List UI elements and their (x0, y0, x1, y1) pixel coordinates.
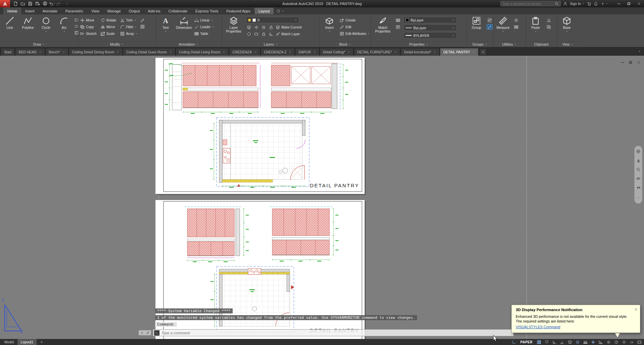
tab-collaborate[interactable]: Collaborate (165, 7, 191, 14)
ungroup-icon[interactable] (487, 17, 493, 23)
text-tool[interactable]: Text (158, 16, 173, 33)
new-layout-button[interactable] (37, 339, 47, 345)
layer-properties-tool[interactable]: Layer Properties (224, 16, 243, 33)
close-icon[interactable] (634, 307, 638, 311)
command-input[interactable] (162, 331, 512, 335)
save-icon[interactable] (27, 1, 34, 7)
grid-icon[interactable] (535, 339, 543, 345)
ortho-icon[interactable] (551, 339, 558, 345)
properties-list-icon[interactable] (395, 24, 401, 30)
command-prompt-icon[interactable] (154, 330, 159, 336)
close-icon[interactable] (348, 51, 350, 53)
tab-annotate[interactable]: Annotate (39, 7, 61, 14)
match-layer-tool[interactable]: Match Layer (276, 31, 300, 37)
tab-featured-apps[interactable]: Featured Apps (222, 7, 255, 14)
layer-lock-icon[interactable] (268, 24, 274, 30)
arc-tool[interactable]: Arc (56, 16, 72, 33)
close-icon[interactable] (223, 51, 225, 53)
dynamic-input-icon[interactable] (589, 339, 597, 345)
polyline-tool[interactable]: Polyline (20, 16, 36, 30)
rotate-tool[interactable]: Rotate (101, 17, 116, 23)
polar-tracking-icon[interactable] (558, 339, 566, 345)
line-tool[interactable]: Line (2, 16, 17, 30)
file-tab-credenza-2[interactable]: CREDENZA-2 (261, 48, 295, 56)
block-panel-label[interactable]: Block (320, 41, 371, 47)
layer-unlock-icon[interactable] (261, 31, 267, 37)
layer-unisolate-icon[interactable] (246, 31, 252, 37)
close-icon[interactable] (254, 51, 257, 53)
linetype-dropdown[interactable]: ByLayer (404, 24, 457, 31)
drawing-minimize-icon[interactable] (620, 60, 625, 66)
annotation-scale-icon[interactable] (597, 339, 604, 345)
paste-tool[interactable]: Paste (528, 16, 543, 33)
tab-manage[interactable]: Manage (103, 7, 125, 14)
tab-parametric[interactable]: Parametric (61, 7, 87, 14)
app-store-icon[interactable] (587, 2, 591, 6)
file-tab-bed-head[interactable]: BED HEAD (15, 48, 45, 56)
file-tab-bench[interactable]: Bench* (45, 48, 68, 56)
utilities-panel-label[interactable]: Utilities (493, 41, 525, 47)
tab-overflow-button[interactable] (638, 47, 641, 56)
lineweight-icon[interactable] (582, 339, 589, 345)
layer-thaw-icon[interactable] (254, 31, 259, 37)
steering-wheel-icon[interactable] (636, 149, 641, 155)
file-tab-detail-furniture[interactable]: DETAIL FURNITURE* (354, 48, 400, 56)
circle-tool[interactable]: Circle (38, 16, 54, 33)
open-icon[interactable] (19, 1, 26, 7)
tab-layout[interactable]: Layout (255, 8, 274, 14)
showmotion-icon[interactable] (636, 185, 641, 191)
file-tab-ceiling-gues[interactable]: Ceiling Detail Gues Room (123, 48, 175, 56)
close-icon[interactable] (39, 51, 42, 53)
command-line[interactable] (153, 329, 514, 336)
file-tab-detail-ceiling[interactable]: Detail Ceiling* (320, 48, 354, 56)
stay-connected-icon[interactable] (594, 2, 598, 6)
tab-addins[interactable]: Add-ins (144, 7, 165, 14)
base-view-tool[interactable]: Base (559, 16, 574, 33)
close-icon[interactable] (117, 51, 119, 53)
stretch-tool[interactable]: Stretch (80, 31, 97, 36)
cut-icon[interactable] (546, 17, 552, 23)
signin-button[interactable]: Sign In (570, 2, 585, 6)
pan-icon[interactable] (636, 158, 641, 164)
insert-block-tool[interactable]: Insert (322, 16, 337, 33)
edit-block-tool[interactable]: Edit (340, 24, 370, 30)
workspace-gear-icon[interactable] (605, 339, 612, 345)
array-tool[interactable]: Array (120, 31, 138, 36)
tab-home[interactable]: Home (3, 7, 21, 14)
help-search-box[interactable] (500, 1, 561, 6)
help-icon[interactable] (600, 2, 608, 6)
new-drawing-tab-button[interactable] (480, 49, 487, 55)
modify-panel-label[interactable]: Modify (78, 41, 155, 47)
clean-screen-icon[interactable] (636, 339, 643, 345)
file-tab-dapur[interactable]: DAPUR (295, 48, 319, 56)
redo-icon[interactable] (56, 1, 63, 7)
annotation-panel-label[interactable]: Annotation (156, 41, 222, 47)
layer-isolate-icon[interactable] (254, 24, 259, 30)
groups-panel-label[interactable]: Groups (467, 41, 493, 47)
paper-model-toggle[interactable]: PAPER (518, 340, 535, 344)
close-icon[interactable] (313, 51, 316, 53)
search-icon[interactable] (555, 2, 559, 6)
table-tool[interactable]: Table (194, 31, 214, 36)
command-close-icon[interactable] (140, 330, 144, 336)
mirror-tool[interactable]: Mirror (101, 24, 116, 30)
file-tab-start[interactable]: Start (1, 48, 15, 56)
drawing-close-icon[interactable] (637, 60, 641, 66)
lineweight-dropdown[interactable]: BYLAYER (404, 32, 457, 39)
navbar-menu-icon[interactable] (637, 194, 640, 200)
close-icon[interactable] (169, 51, 172, 53)
minimize-button[interactable] (614, 0, 624, 7)
move-tool[interactable]: Move (80, 17, 97, 23)
tab-view[interactable]: View (87, 7, 103, 14)
orbit-icon[interactable] (636, 176, 641, 182)
layers-panel-label[interactable]: Layers (222, 41, 319, 47)
new-icon[interactable] (12, 1, 19, 7)
file-tab-ceiling-dining[interactable]: Ceiling Detail Dining Room (69, 48, 123, 56)
command-customize-icon[interactable] (146, 330, 149, 336)
object-color-dropdown[interactable]: ByLayer (404, 17, 457, 23)
file-tab-detail-konstruksi[interactable]: Detail konstruksi* (401, 48, 440, 56)
layer-freeze-icon[interactable] (261, 24, 267, 30)
autocad-logo[interactable]: A (0, 0, 10, 7)
annotation-monitor-icon[interactable] (612, 339, 620, 345)
layer-dropdown[interactable]: 0 (246, 17, 299, 23)
